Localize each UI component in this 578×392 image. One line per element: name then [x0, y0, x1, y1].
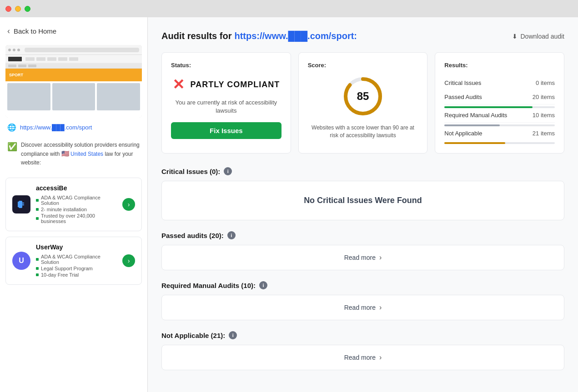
back-to-home-button[interactable]: ‹ Back to Home — [0, 17, 147, 45]
audit-title-prefix: Audit results for — [161, 31, 231, 41]
maximize-button[interactable] — [25, 6, 30, 12]
preview-dot-3 — [17, 49, 20, 51]
passed-audits-collapsible: Read more › — [161, 245, 564, 270]
preview-article-2 — [52, 83, 95, 110]
critical-issues-empty: No Critical Issues Were Found — [161, 181, 564, 220]
not-applicable-section: Not Applicable (21): i Read more › — [161, 331, 564, 370]
back-label: Back to Home — [14, 27, 56, 35]
providers-list: accessiBe ADA & WCAG Compliance Solution… — [0, 174, 147, 288]
manual-read-more-button[interactable]: Read more › — [162, 295, 564, 320]
preview-subnav-item3 — [28, 65, 36, 67]
score-number: 85 — [357, 90, 369, 103]
fix-issues-button[interactable]: Fix Issues — [171, 122, 281, 139]
preview-subnav — [5, 63, 142, 69]
chevron-right-icon: › — [379, 303, 382, 312]
status-card: Status: ✕ PARTLY COMPLIANT You are curre… — [161, 52, 291, 154]
score-description: Websites with a score lower than 90 are … — [308, 124, 418, 139]
preview-subnav-item2 — [18, 65, 26, 67]
accessibe-name: accessiBe — [36, 184, 117, 192]
userway-logo: U — [12, 252, 30, 270]
result-row-na: Not Applicable 21 items — [444, 126, 555, 144]
status-label: PARTLY COMPLIANT — [190, 80, 280, 89]
score-card-label: Score: — [308, 62, 418, 69]
critical-issues-header: Critical Issues (0): i — [161, 167, 564, 175]
status-content: ✕ PARTLY COMPLIANT You are currently at … — [171, 76, 281, 139]
preview-content: SPORT — [5, 55, 142, 118]
critical-info-icon[interactable]: i — [224, 167, 232, 175]
preview-logo — [8, 57, 22, 61]
preview-dot-1 — [8, 49, 11, 51]
passed-read-more-button[interactable]: Read more › — [162, 245, 564, 270]
accessibe-logo — [12, 195, 30, 213]
audit-title-text: Audit results for https://www.███.com/sp… — [161, 31, 357, 41]
score-cards-row: Status: ✕ PARTLY COMPLIANT You are curre… — [161, 52, 564, 154]
na-read-more-button[interactable]: Read more › — [162, 345, 564, 370]
preview-dot-2 — [13, 49, 15, 51]
minimize-button[interactable] — [15, 6, 21, 12]
provider-card-userway: U UserWay ADA & WCAG Compliance Solution… — [5, 237, 142, 285]
na-collapsible: Read more › — [161, 345, 564, 370]
close-button[interactable] — [5, 6, 11, 12]
preview-top-bar — [5, 45, 142, 55]
preview-site-header — [5, 55, 142, 63]
preview-sport-label: SPORT — [9, 73, 23, 77]
na-bar — [444, 142, 555, 144]
compliance-notice: ✅ Discover accessibility solution provid… — [0, 137, 147, 174]
result-row: Not Applicable 21 items — [444, 126, 555, 140]
preview-nav-item — [25, 57, 35, 61]
userway-features: ADA & WCAG Compliance Solution Legal Sup… — [36, 253, 117, 278]
site-url-link[interactable]: https://www.███.com/sport — [20, 124, 92, 131]
audit-title-row: Audit results for https://www.███.com/sp… — [161, 31, 564, 41]
download-audit-button[interactable]: ⬇ Download audit — [512, 33, 564, 40]
passed-audits-header: Passed audits (20): i — [161, 231, 564, 239]
results-card: Results: Critical Issues 0 items Passed … — [435, 52, 564, 154]
manual-audits-header: Required Manual Audits (10): i — [161, 281, 564, 289]
app-body: ‹ Back to Home — [0, 17, 578, 392]
main-content: Audit results for https://www.███.com/sp… — [148, 17, 578, 392]
not-applicable-header: Not Applicable (21): i — [161, 331, 564, 339]
result-row-passed: Passed Audits 20 items — [444, 90, 555, 108]
userway-arrow-button[interactable]: › — [122, 254, 135, 267]
score-content: 85 Websites with a score lower than 90 a… — [308, 76, 418, 139]
site-preview: SPORT — [5, 45, 142, 118]
result-row-manual: Required Manual Audits 10 items — [444, 108, 555, 126]
preview-articles — [5, 81, 142, 112]
preview-addressbar — [25, 48, 139, 52]
chevron-right-icon: › — [379, 353, 382, 362]
preview-subnav-item — [8, 65, 16, 67]
result-row-critical: Critical Issues 0 items — [444, 76, 555, 90]
back-arrow-icon: ‹ — [7, 26, 10, 36]
preview-nav-item3 — [47, 57, 56, 61]
result-row: Required Manual Audits 10 items — [444, 108, 555, 123]
preview-sport-banner: SPORT — [5, 69, 142, 81]
score-card: Score: 85 Websites with a score lower th… — [298, 52, 428, 154]
accessibe-features: ADA & WCAG Compliance Solution 2- minute… — [36, 194, 117, 224]
na-bar-fill — [444, 142, 505, 144]
na-info-icon[interactable]: i — [229, 331, 237, 339]
site-url-row: 🌐 https://www.███.com/sport — [0, 118, 147, 137]
accessibe-arrow-button[interactable]: › — [122, 198, 135, 211]
passed-audits-section: Passed audits (20): i Read more › — [161, 231, 564, 270]
result-row: Critical Issues 0 items — [444, 76, 555, 90]
userway-name: UserWay — [36, 243, 117, 251]
manual-audits-collapsible: Read more › — [161, 295, 564, 320]
audit-url: https://www.███.com/sport: — [234, 31, 357, 41]
globe-icon: 🌐 — [7, 123, 16, 132]
compliance-text: Discover accessibility solution provider… — [21, 141, 140, 167]
critical-empty-text: No Critical Issues Were Found — [304, 196, 422, 205]
status-card-label: Status: — [171, 62, 281, 69]
score-circle: 85 — [342, 76, 383, 117]
manual-info-icon[interactable]: i — [259, 281, 267, 289]
passed-info-icon[interactable]: i — [227, 231, 236, 239]
sidebar: ‹ Back to Home — [0, 17, 148, 392]
accessibe-info: accessiBe ADA & WCAG Compliance Solution… — [36, 184, 117, 224]
feature-item: Trusted by over 240,000 businesses — [36, 213, 117, 224]
provider-card-accessibe: accessiBe ADA & WCAG Compliance Solution… — [5, 178, 142, 231]
preview-nav-item2 — [36, 57, 45, 61]
preview-nav-item5 — [69, 57, 78, 61]
feature-item: ADA & WCAG Compliance Solution — [36, 194, 117, 206]
preview-article-3 — [97, 83, 140, 110]
preview-nav-item4 — [58, 57, 67, 61]
feature-item: 10-day Free Trial — [36, 272, 117, 278]
userway-info: UserWay ADA & WCAG Compliance Solution L… — [36, 243, 117, 278]
